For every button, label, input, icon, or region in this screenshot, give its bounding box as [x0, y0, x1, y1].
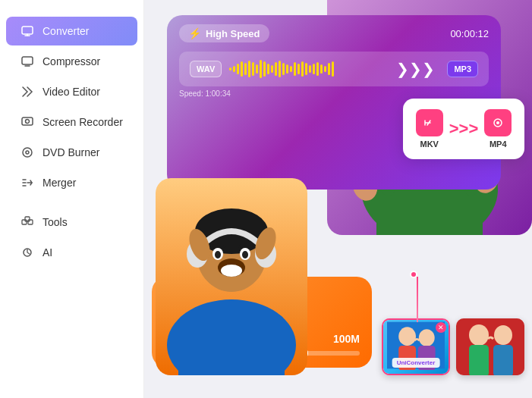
sidebar-item-converter[interactable]: Converter	[6, 17, 137, 45]
converter-icon	[20, 24, 35, 39]
video-editor-icon	[20, 84, 35, 99]
waveform-bar	[279, 61, 281, 77]
svg-rect-8	[25, 217, 30, 221]
svg-point-3	[26, 120, 30, 124]
tools-icon	[20, 215, 35, 230]
person-blue-area	[156, 178, 307, 375]
waveform-bar	[252, 62, 254, 76]
connector-dot	[410, 271, 417, 278]
sidebar-label-converter: Converter	[42, 25, 89, 37]
couple-image-right	[456, 318, 524, 375]
svg-point-5	[26, 151, 29, 154]
compress-to-label: 100M	[333, 333, 360, 345]
svg-point-42	[496, 121, 499, 124]
svg-point-37	[215, 251, 221, 259]
screen-recorder-icon	[20, 114, 35, 130]
ai-icon	[20, 245, 35, 260]
sidebar-label-compressor: Compressor	[42, 55, 100, 67]
svg-rect-6	[22, 220, 27, 224]
waveform-bar	[282, 63, 285, 75]
thumbnail-card-right	[456, 318, 524, 375]
waveform-bar	[320, 64, 323, 74]
svg-point-38	[242, 251, 248, 259]
waveform-bar	[297, 64, 300, 74]
svg-point-44	[398, 327, 416, 346]
sidebar: Converter Compressor Video Editor Screen	[0, 0, 144, 398]
sidebar-item-compressor[interactable]: Compressor	[6, 47, 137, 76]
mp4-label: MP4	[490, 139, 507, 149]
waveform-bar	[332, 61, 334, 77]
main-content: ⚡ High Speed 00:00:12 WAV ❯❯❯ MP3 Speed:…	[144, 0, 532, 398]
waveform-bar	[241, 61, 243, 77]
sidebar-label-video-editor: Video Editor	[42, 86, 100, 98]
waveform-bar	[248, 61, 250, 77]
waveform-visual	[229, 58, 384, 80]
merger-icon	[20, 175, 35, 190]
waveform-bar	[309, 65, 311, 73]
high-speed-badge: ⚡ High Speed	[179, 24, 269, 42]
svg-point-51	[494, 325, 512, 345]
waveform-bar	[237, 64, 239, 74]
waveform-bar	[294, 62, 296, 76]
waveform-bar	[256, 64, 258, 74]
waveform-bar	[305, 63, 307, 75]
waveform-bar	[263, 61, 266, 77]
svg-rect-50	[469, 345, 489, 375]
brand-overlay: UniConverter	[392, 358, 440, 368]
waveform-bar	[313, 64, 315, 74]
mp3-format-badge: MP3	[447, 61, 478, 77]
sidebar-item-dvd-burner[interactable]: DVD Burner	[6, 138, 137, 167]
compressor-icon	[20, 54, 35, 69]
mkv-label: MKV	[420, 139, 438, 149]
waveform-bar	[260, 60, 262, 78]
waveform-bar	[286, 64, 288, 74]
close-brand-button[interactable]: ✕	[436, 322, 446, 333]
waveform-bar	[271, 65, 273, 73]
mp4-format-pill: MP4	[484, 109, 512, 149]
brand-name: UniConverter	[397, 359, 436, 366]
wav-format-badge: WAV	[190, 61, 222, 77]
waveform-bar	[290, 66, 292, 72]
waveform-bar	[233, 66, 235, 72]
thumbnail-container: UniConverter ✕	[382, 318, 524, 375]
svg-rect-7	[28, 220, 33, 224]
waveform-bar	[328, 63, 330, 75]
waveform-bar	[229, 67, 231, 71]
mp4-icon	[484, 109, 512, 136]
svg-point-49	[469, 324, 489, 346]
dvd-burner-icon	[20, 145, 35, 160]
sidebar-label-merger: Merger	[42, 177, 76, 189]
sidebar-item-merger[interactable]: Merger	[6, 168, 137, 197]
mkv-format-pill: MKV	[416, 109, 443, 149]
svg-rect-2	[22, 118, 33, 125]
sidebar-item-ai[interactable]: AI	[6, 238, 137, 267]
svg-rect-32	[178, 315, 285, 375]
sidebar-item-screen-recorder[interactable]: Screen Recorder	[6, 108, 137, 136]
svg-point-46	[419, 329, 435, 346]
svg-point-34	[221, 265, 242, 277]
convert-arrows: ❯❯❯	[392, 60, 439, 78]
svg-rect-48	[456, 318, 524, 375]
format-arrows: >>>	[449, 119, 479, 139]
waveform-bar	[244, 63, 247, 75]
waveform-bar	[324, 66, 326, 72]
sidebar-item-video-editor[interactable]: Video Editor	[6, 77, 137, 106]
lightning-icon: ⚡	[188, 27, 201, 39]
waveform-bar	[275, 62, 277, 76]
sidebar-item-tools[interactable]: Tools	[6, 208, 137, 237]
waveform-bar	[316, 62, 319, 76]
svg-rect-52	[493, 345, 513, 375]
sidebar-label-dvd-burner: DVD Burner	[42, 146, 99, 158]
sidebar-label-tools: Tools	[42, 216, 68, 228]
high-speed-label: High Speed	[206, 28, 260, 39]
hero-header: ⚡ High Speed 00:00:12	[167, 15, 501, 49]
svg-point-4	[23, 148, 32, 157]
connector-line	[417, 277, 418, 322]
waveform-bar	[267, 64, 269, 74]
format-convert-card: MKV >>> MP4	[403, 99, 524, 159]
waveform-area: WAV ❯❯❯ MP3	[179, 52, 489, 86]
thumbnail-card-left: UniConverter ✕	[382, 318, 450, 375]
svg-rect-0	[22, 27, 33, 34]
svg-rect-1	[22, 57, 33, 64]
waveform-bar	[301, 61, 304, 77]
